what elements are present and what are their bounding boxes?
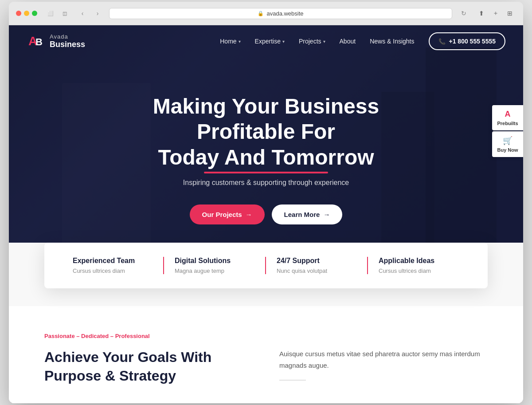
address-bar[interactable]: 🔒 avada.website <box>109 8 452 19</box>
logo-icon: A B <box>27 32 45 51</box>
website: A B Avada Business Home ▾ Exp <box>9 25 523 403</box>
browser-nav: ‹ › <box>76 7 104 20</box>
feature-desc: Nunc quisa volutpat <box>277 267 357 274</box>
features-bar: Experienced Team Cursus ultrices diam Di… <box>44 243 488 288</box>
svg-text:B: B <box>35 36 43 47</box>
nav-projects[interactable]: Projects ▾ <box>299 38 325 45</box>
about-right: Auisque cursus metus vitae sed pharetra … <box>279 348 488 385</box>
logo-business: Business <box>50 40 85 49</box>
navbar: A B Avada Business Home ▾ Exp <box>9 25 523 57</box>
nav-insights[interactable]: News & Insights <box>370 38 414 45</box>
share-icon[interactable]: ⬆ <box>475 7 488 20</box>
about-text: Auisque cursus metus vitae sed pharetra … <box>279 348 488 371</box>
buynow-widget[interactable]: 🛒 Buy Now <box>492 131 523 157</box>
url-text: avada.website <box>266 10 303 17</box>
chevron-down-icon: ▾ <box>239 39 241 44</box>
about-heading: Achieve Your Goals With Purpose & Strate… <box>44 348 253 385</box>
about-tag: Passionate – Dedicated – Professional <box>44 333 488 339</box>
buynow-label: Buy Now <box>497 147 518 153</box>
chevron-down-icon: ▾ <box>323 39 325 44</box>
hero-subtext: Inspiring customers & supporting through… <box>183 179 349 187</box>
feature-item: Experienced Team Cursus ultrices diam <box>62 257 164 274</box>
feature-item: 24/7 Support Nunc quisa volutpat <box>266 257 368 274</box>
phone-button[interactable]: 📞 +1 800 555 5555 <box>429 32 506 50</box>
feature-title: 24/7 Support <box>277 257 357 265</box>
hero-content: Making Your Business Profitable For Toda… <box>9 57 523 260</box>
feature-desc: Cursus ultrices diam <box>379 267 459 274</box>
prebuilts-widget[interactable]: A Prebuilts <box>492 105 523 130</box>
lock-icon: 🔒 <box>258 11 264 16</box>
forward-button[interactable]: › <box>91 7 104 20</box>
prebuilts-label: Prebuilts <box>497 121 518 126</box>
feature-desc: Magna augue temp <box>175 267 255 274</box>
back-button[interactable]: ‹ <box>76 7 89 20</box>
hero-buttons: Our Projects → Learn More → <box>190 204 343 224</box>
nav-home[interactable]: Home ▾ <box>220 38 240 45</box>
phone-icon: 📞 <box>438 38 446 45</box>
learn-more-button[interactable]: Learn More → <box>272 204 343 224</box>
phone-number: +1 800 555 5555 <box>449 38 496 45</box>
nav-about[interactable]: About <box>340 38 356 45</box>
browser-actions: ⬆ ＋ ⊞ <box>475 7 516 20</box>
side-widgets: A Prebuilts 🛒 Buy Now <box>492 105 523 157</box>
logo-text: Avada Business <box>50 33 85 49</box>
traffic-lights <box>16 11 37 16</box>
minimize-button[interactable] <box>24 11 29 16</box>
browser-window: ⬜ ◫ ‹ › 🔒 avada.website ↻ ⬆ ＋ ⊞ <box>9 2 523 403</box>
close-button[interactable] <box>16 11 21 16</box>
split-icon: ◫ <box>59 9 71 18</box>
nav-links: Home ▾ Expertise ▾ Projects ▾ About News… <box>220 38 414 45</box>
about-left: Achieve Your Goals With Purpose & Strate… <box>44 348 253 385</box>
feature-desc: Cursus ultrices diam <box>73 267 153 274</box>
chevron-down-icon: ▾ <box>282 39 285 44</box>
headline-line1: Making Your Business Profitable For <box>153 94 379 144</box>
window-controls: ⬜ ◫ <box>44 9 71 18</box>
about-content: Achieve Your Goals With Purpose & Strate… <box>44 348 488 385</box>
sidebar-icon[interactable]: ⊞ <box>504 7 516 20</box>
logo-brand: Avada <box>50 33 85 40</box>
feature-item: Applicable Ideas Cursus ultrices diam <box>368 257 470 274</box>
logo[interactable]: A B Avada Business <box>27 32 85 51</box>
window-icon: ⬜ <box>44 9 57 18</box>
prebuilts-icon: A <box>505 110 511 119</box>
reload-button[interactable]: ↻ <box>458 7 470 20</box>
arrow-right-icon: → <box>323 211 330 218</box>
hero-section: A B Avada Business Home ▾ Exp <box>9 25 523 260</box>
feature-title: Digital Solutions <box>175 257 255 265</box>
nav-expertise[interactable]: Expertise ▾ <box>255 38 285 45</box>
about-divider <box>279 380 306 381</box>
hero-headline: Making Your Business Profitable For Toda… <box>115 94 417 170</box>
browser-chrome: ⬜ ◫ ‹ › 🔒 avada.website ↻ ⬆ ＋ ⊞ <box>9 2 523 25</box>
projects-button[interactable]: Our Projects → <box>190 204 265 224</box>
feature-item: Digital Solutions Magna augue temp <box>164 257 266 274</box>
arrow-right-icon: → <box>246 211 252 218</box>
cart-icon: 🛒 <box>503 136 512 145</box>
add-tab-icon[interactable]: ＋ <box>489 7 502 20</box>
headline-line2: Today And Tomorrow <box>158 145 374 169</box>
maximize-button[interactable] <box>32 11 37 16</box>
feature-title: Applicable Ideas <box>379 257 459 265</box>
feature-title: Experienced Team <box>73 257 153 265</box>
headline-underline <box>204 172 328 173</box>
about-section: Passionate – Dedicated – Professional Ac… <box>9 306 523 403</box>
